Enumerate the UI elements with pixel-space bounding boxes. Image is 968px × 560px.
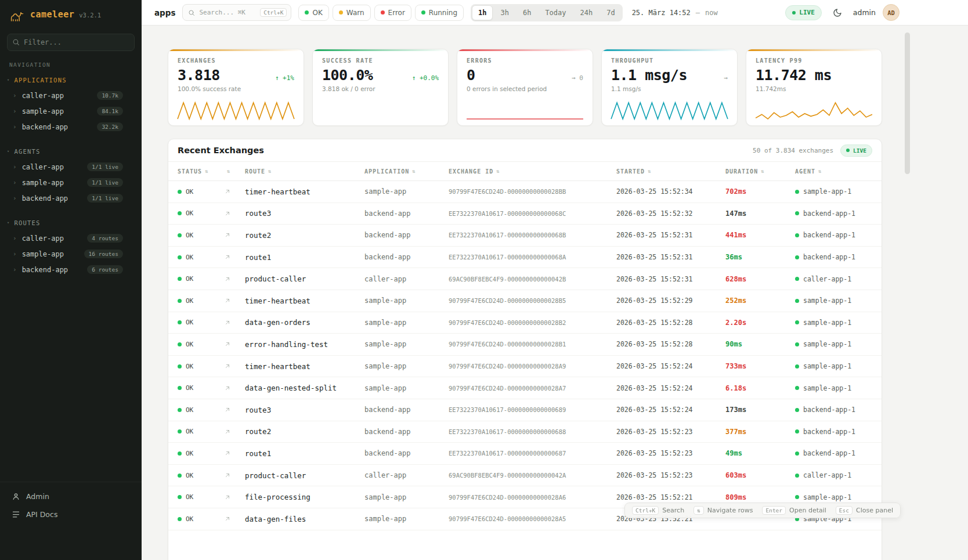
table-row[interactable]: OK product-caller caller-app 69AC90BF8EB… (168, 465, 882, 487)
open-exchange-link[interactable] (224, 428, 245, 435)
exchange-id-cell: EE7322370A10617-0000000000000688 (449, 428, 616, 435)
table-row[interactable]: OK route2 backend-app EE7322370A10617-00… (168, 225, 882, 247)
agent-status-dot (795, 408, 799, 412)
sidebar-applications-caller-app[interactable]: › caller-app 10.7k (0, 88, 142, 103)
live-label: LIVE (799, 9, 815, 16)
column-header-status[interactable]: STATUS ⇅ (178, 168, 224, 175)
application-cell: backend-app (364, 209, 449, 218)
open-exchange-link[interactable] (224, 494, 245, 501)
agent-cell: sample-app-1 (795, 384, 882, 392)
column-header-exchange-id[interactable]: EXCHANGE ID ⇅ (449, 168, 616, 175)
logo[interactable]: cameleer v3.2.1 (0, 0, 142, 29)
filter-chip-error[interactable]: Error (374, 5, 411, 21)
theme-toggle[interactable] (829, 4, 846, 21)
global-search[interactable]: Search... ⌘K Ctrl+K (182, 4, 291, 21)
footer-admin[interactable]: Admin (7, 488, 135, 505)
sidebar-routes-sample-app[interactable]: › sample-app 16 routes (0, 246, 142, 262)
date-range-display[interactable]: 25. März 14:52 — now (632, 9, 718, 17)
nav-section-title-agents[interactable]: ▾ AGENTS (0, 145, 142, 159)
table-row[interactable]: OK error-handling-test sample-app 90799F… (168, 334, 882, 356)
status-dot (178, 364, 182, 368)
hint-label: Navigate rows (707, 507, 753, 514)
time-range-24h[interactable]: 24h (574, 5, 599, 20)
filter-chip-running[interactable]: Running (415, 5, 464, 21)
duration-cell: 377ms (725, 428, 795, 436)
kpi-trend: ↑ +1% (275, 74, 294, 82)
status-badge: OK (178, 254, 224, 261)
context-apps[interactable]: apps (154, 8, 175, 17)
time-range-3h[interactable]: 3h (494, 5, 515, 20)
column-header-agent[interactable]: AGENT ⇅ (795, 168, 882, 175)
table-row[interactable]: OK route3 backend-app EE7322370A10617-00… (168, 399, 882, 421)
open-exchange-link[interactable] (224, 385, 245, 392)
table-row[interactable]: OK route3 backend-app EE7322370A10617-00… (168, 203, 882, 225)
open-exchange-link[interactable] (224, 450, 245, 457)
sidebar-filter-input[interactable] (7, 34, 135, 51)
duration-cell: 733ms (725, 362, 795, 370)
table-row[interactable]: OK timer-heartbeat sample-app 90799F47E6… (168, 356, 882, 378)
filter-chip-warn[interactable]: Warn (333, 5, 371, 21)
started-cell: 2026-03-25 15:52:21 (616, 493, 725, 501)
duration-cell: 702ms (725, 187, 795, 196)
time-range-1h[interactable]: 1h (472, 5, 493, 20)
nav-section-title-applications[interactable]: ▾ APPLICATIONS (0, 74, 142, 88)
sort-icon: ⇅ (761, 168, 764, 174)
table-live-badge[interactable]: LIVE (840, 144, 872, 157)
open-exchange-link[interactable] (224, 472, 245, 479)
table-row[interactable]: OK route1 backend-app EE7322370A10617-00… (168, 247, 882, 269)
sidebar-applications-backend-app[interactable]: › backend-app 32.2k (0, 119, 142, 135)
column-header-duration[interactable]: DURATION ⇅ (725, 168, 795, 175)
open-exchange-link[interactable] (224, 188, 245, 195)
accent-bar (746, 49, 882, 51)
column-label: ROUTE (245, 168, 265, 175)
route-cell: route3 (245, 406, 364, 414)
time-range-today[interactable]: Today (539, 5, 572, 20)
nav-section-title-routes[interactable]: ▾ ROUTES (0, 216, 142, 230)
open-exchange-link[interactable] (224, 276, 245, 283)
open-exchange-link[interactable] (224, 319, 245, 326)
agent-status-dot (795, 211, 799, 215)
open-exchange-link[interactable] (224, 406, 245, 413)
duration-cell: 603ms (725, 471, 795, 479)
time-range-6h[interactable]: 6h (516, 5, 537, 20)
live-badge[interactable]: LIVE (785, 5, 822, 20)
open-exchange-link[interactable] (224, 515, 245, 522)
route-cell: route2 (245, 427, 364, 436)
table-row[interactable]: OK product-caller caller-app 69AC90BF8EB… (168, 268, 882, 290)
sidebar-agents-caller-app[interactable]: › caller-app 1/1 live (0, 159, 142, 175)
table-row[interactable]: OK data-gen-nested-split sample-app 9079… (168, 377, 882, 399)
open-exchange-link[interactable] (224, 363, 245, 370)
table-row[interactable]: OK route2 backend-app EE7322370A10617-00… (168, 421, 882, 443)
open-exchange-link[interactable] (224, 297, 245, 304)
avatar[interactable]: AD (883, 4, 900, 21)
column-header-route[interactable]: ROUTE ⇅ (245, 168, 364, 175)
column-label: STATUS (178, 168, 202, 175)
status-badge: OK (178, 450, 224, 457)
open-exchange-link[interactable] (224, 210, 245, 217)
open-exchange-link[interactable] (224, 341, 245, 348)
sidebar-agents-backend-app[interactable]: › backend-app 1/1 live (0, 190, 142, 206)
sidebar-agents-sample-app[interactable]: › sample-app 1/1 live (0, 175, 142, 190)
status-badge: OK (178, 515, 224, 523)
route-cell: product-caller (245, 471, 364, 480)
sidebar-routes-backend-app[interactable]: › backend-app 6 routes (0, 262, 142, 277)
footer-api-docs[interactable]: API Docs (7, 506, 135, 523)
column-header-link[interactable]: ⇅ (224, 168, 245, 174)
nav-item-label: sample-app (22, 107, 64, 115)
filter-chip-ok[interactable]: OK (298, 5, 328, 21)
sidebar-applications-sample-app[interactable]: › sample-app 84.1k (0, 103, 142, 119)
open-exchange-link[interactable] (224, 254, 245, 261)
table-row[interactable]: OK route1 backend-app EE7322370A10617-00… (168, 443, 882, 465)
column-header-started[interactable]: STARTED ⇅ (616, 168, 725, 175)
sidebar-routes-caller-app[interactable]: › caller-app 4 routes (0, 230, 142, 246)
open-exchange-link[interactable] (224, 232, 245, 239)
kbd-key: ⇅ (694, 506, 704, 515)
time-range-7d[interactable]: 7d (600, 5, 621, 20)
table-row[interactable]: OK timer-heartbeat sample-app 90799F47E6… (168, 181, 882, 203)
kpi-card-throughput: THROUGHPUT 1.1 msg/s → 1.1 msg/s (601, 49, 738, 126)
column-header-application[interactable]: APPLICATION ⇅ (364, 168, 449, 175)
table-row[interactable]: OK data-gen-orders sample-app 90799F47E6… (168, 312, 882, 334)
table-row[interactable]: OK timer-heartbeat sample-app 90799F47E6… (168, 290, 882, 312)
exchange-id-cell: 90799F47E6CD24D-00000000000028B2 (449, 319, 616, 326)
scrollbar-thumb[interactable] (905, 32, 910, 174)
